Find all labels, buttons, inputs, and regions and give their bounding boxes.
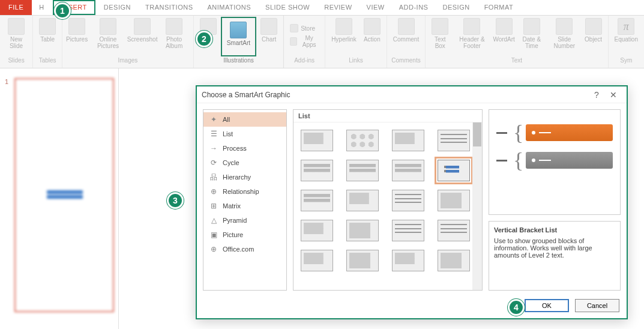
category-cycle[interactable]: ⟳Cycle <box>203 155 286 170</box>
object-button[interactable]: Object <box>582 16 606 54</box>
pictures-button[interactable]: Pictures <box>65 16 89 54</box>
online-pictures-button[interactable]: Online Pictures <box>89 16 127 54</box>
new-slide-icon <box>8 18 25 35</box>
category-relationship[interactable]: ⊕Relationship <box>203 184 286 199</box>
layout-option[interactable] <box>438 130 470 151</box>
date-time-icon <box>523 18 540 35</box>
online-pictures-icon <box>100 18 116 35</box>
layout-option[interactable] <box>392 250 424 271</box>
category-list: ✦All ☰List →Process ⟳Cycle 品Hierarchy ⊕R… <box>203 109 287 291</box>
slide-thumbnail-panel: 1 <box>0 68 119 329</box>
group-slides: New Slide Slides <box>0 16 33 68</box>
layout-option[interactable] <box>346 220 379 241</box>
layout-option[interactable] <box>438 220 470 241</box>
cancel-button[interactable]: Cancel <box>575 299 619 312</box>
textbox-button[interactable]: Text Box <box>428 16 452 54</box>
group-addins: Store My Apps Add-ins <box>284 16 325 68</box>
photo-album-button[interactable]: Photo Album <box>157 16 190 54</box>
category-all[interactable]: ✦All <box>203 112 286 127</box>
layout-option[interactable] <box>346 250 379 271</box>
slide-thumbnail[interactable] <box>14 78 114 312</box>
ribbon-tabs: FILE H INSERT DESIGN TRANSITIONS ANIMATI… <box>0 0 644 16</box>
tab-file[interactable]: FILE <box>0 0 32 15</box>
tab-transitions[interactable]: TRANSITIONS <box>138 0 200 15</box>
new-slide-button[interactable]: New Slide <box>2 16 30 54</box>
comment-button[interactable]: Comment <box>390 16 423 54</box>
office-icon: ⊕ <box>209 245 218 253</box>
tab-design-contextual[interactable]: DESIGN <box>435 0 477 15</box>
category-hierarchy[interactable]: 品Hierarchy <box>203 170 286 184</box>
tab-review[interactable]: REVIEW <box>317 0 359 15</box>
my-apps-icon <box>290 37 297 46</box>
category-office[interactable]: ⊕Office.com <box>203 242 286 256</box>
layout-option[interactable] <box>301 190 333 211</box>
layout-option-selected[interactable] <box>438 160 470 181</box>
date-time-button[interactable]: Date & Time <box>516 16 547 54</box>
my-apps-button[interactable]: My Apps <box>286 34 322 49</box>
tab-format[interactable]: FORMAT <box>477 0 521 15</box>
group-images: Pictures Online Pictures Screenshot Phot… <box>62 16 194 68</box>
group-label-images: Images <box>118 56 138 66</box>
hyperlink-button[interactable]: Hyperlink <box>328 16 360 54</box>
table-icon <box>39 18 56 35</box>
wordart-button[interactable]: WordArt <box>492 16 516 54</box>
gallery-scrollbar[interactable] <box>472 122 482 290</box>
group-label-slides: Slides <box>8 56 24 66</box>
group-comments: Comment Comments <box>387 16 426 68</box>
tab-slideshow[interactable]: SLIDE SHOW <box>258 0 317 15</box>
smartart-highlight: SmartArt <box>221 17 256 56</box>
screenshot-icon <box>134 18 151 35</box>
callout-1: 1 <box>54 2 71 19</box>
category-matrix[interactable]: ⊞Matrix <box>203 199 286 213</box>
tab-view[interactable]: VIEW <box>360 0 392 15</box>
group-label-links: Links <box>349 56 363 66</box>
action-button[interactable]: Action <box>360 16 384 54</box>
layout-option[interactable] <box>392 160 424 181</box>
group-label-tables: Tables <box>39 56 56 66</box>
help-button[interactable]: ? <box>588 90 605 100</box>
close-button[interactable]: ✕ <box>605 90 622 100</box>
layout-option[interactable] <box>301 160 333 181</box>
ok-button[interactable]: OK <box>525 299 569 312</box>
layout-option[interactable] <box>346 130 379 151</box>
category-picture[interactable]: ▣Picture <box>203 228 286 242</box>
cycle-icon: ⟳ <box>209 158 218 167</box>
equation-button[interactable]: πEquation <box>611 16 642 54</box>
layout-option[interactable] <box>301 220 333 241</box>
tab-animations[interactable]: ANIMATIONS <box>200 0 258 15</box>
smartart-button[interactable]: SmartArt <box>223 19 254 58</box>
tab-design[interactable]: DESIGN <box>97 0 138 15</box>
hierarchy-icon: 品 <box>209 173 218 181</box>
layout-option[interactable] <box>392 220 424 241</box>
layout-option[interactable] <box>346 190 379 211</box>
table-button[interactable]: Table <box>35 16 59 54</box>
slide-number-button[interactable]: Slide Number <box>547 16 581 54</box>
layout-option[interactable] <box>301 250 333 271</box>
category-pyramid[interactable]: △Pyramid <box>203 213 286 228</box>
group-label-comments: Comments <box>391 56 420 66</box>
store-button[interactable]: Store <box>286 23 322 34</box>
layout-option[interactable] <box>438 250 470 271</box>
category-process[interactable]: →Process <box>203 141 286 155</box>
wordart-icon <box>496 18 513 35</box>
screenshot-button[interactable]: Screenshot <box>127 16 158 54</box>
layout-option[interactable] <box>392 130 424 151</box>
preview-image: { { <box>489 109 621 215</box>
callout-3: 3 <box>167 192 184 209</box>
list-icon: ☰ <box>209 130 218 138</box>
layout-option[interactable] <box>392 190 424 211</box>
tab-home-frag[interactable]: H <box>32 0 51 15</box>
layout-option[interactable] <box>346 160 379 181</box>
chart-button[interactable]: Chart <box>257 16 281 54</box>
hyperlink-icon <box>336 18 352 35</box>
thumbnail-content <box>47 190 83 202</box>
tab-addins[interactable]: ADD-INS <box>392 0 436 15</box>
group-label-addins: Add-ins <box>294 56 314 66</box>
header-footer-button[interactable]: Header & Footer <box>452 16 492 54</box>
category-list[interactable]: ☰List <box>203 127 286 141</box>
layout-option[interactable] <box>301 130 333 151</box>
store-icon <box>290 24 298 32</box>
layout-option[interactable] <box>438 190 470 211</box>
smartart-icon <box>230 22 247 38</box>
action-icon <box>364 18 381 35</box>
